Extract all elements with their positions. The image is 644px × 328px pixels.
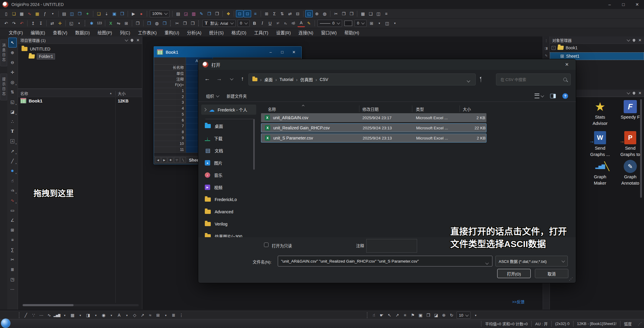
breadcrumb-item[interactable]: › 仿真图 [296, 76, 313, 82]
new-layout-icon[interactable]: ◫ [68, 10, 76, 17]
grid-tool-icon[interactable]: ⊞ [154, 312, 162, 319]
region-mask-icon[interactable]: ◱ [305, 10, 313, 17]
corner-cell[interactable] [154, 57, 186, 65]
row-above-icon[interactable]: ↥ [29, 20, 37, 27]
magic-fill-icon[interactable]: ✱ [88, 20, 95, 27]
collapse-minus-icon[interactable]: − [552, 46, 556, 50]
run-script-icon[interactable]: ▶ [130, 10, 137, 17]
line-tool-tool[interactable]: ╱▾ [8, 156, 17, 166]
panel-menu-icon[interactable] [627, 38, 630, 41]
breadcrumb-item[interactable]: › 桌面 [260, 76, 273, 82]
new-folder-icon[interactable]: ❏ [10, 10, 18, 17]
panel-menu-icon[interactable] [627, 91, 630, 94]
col-grid-icon[interactable]: ⊞ [123, 20, 130, 27]
paste-special-icon[interactable]: ❒ [161, 20, 168, 27]
sigma-tool[interactable]: ∑ [8, 245, 17, 255]
row-label-cell[interactable]: 4 [154, 106, 186, 112]
sidebar-item[interactable]: ▶ 视频 [205, 182, 257, 193]
paste-graph-icon[interactable]: ❒ [213, 10, 221, 17]
pm-book-row[interactable]: Book1 [20, 98, 42, 103]
layers2-icon[interactable]: ≡ [401, 312, 409, 319]
header-divider[interactable] [412, 105, 412, 112]
border-caret-icon[interactable]: ⊞ [368, 20, 375, 27]
spline2-icon[interactable]: ≈ [146, 312, 154, 319]
sidebar-item[interactable]: ↓ 下载 [205, 133, 257, 144]
toolbar-grip[interactable] [85, 20, 86, 26]
pm-horizontal-scrollbar[interactable] [22, 304, 139, 306]
breadcrumb-label[interactable]: 仿真图 [300, 76, 313, 82]
caret-sm-icon[interactable]: ▾ [162, 312, 170, 319]
copy-icon[interactable]: ❐ [425, 312, 432, 319]
project-folder-row[interactable]: Folder1 [29, 54, 55, 59]
cancel-button[interactable]: 取消 [535, 269, 568, 278]
caret-sm-icon[interactable]: ▾ [75, 20, 83, 27]
arrow-tool-icon[interactable]: ↗ [139, 312, 146, 319]
pivot-icon[interactable]: ⊟ [294, 10, 301, 17]
region-tool[interactable]: ◱▾ [8, 97, 17, 107]
caret-sm-icon[interactable]: ▾ [92, 312, 100, 319]
copy-icon[interactable]: ❐ [181, 20, 189, 27]
copy-graph-icon[interactable]: ❐ [205, 10, 213, 17]
search-box[interactable] [496, 73, 571, 85]
pm-col-size[interactable]: 大小 [118, 91, 126, 96]
dialog-resize-grip[interactable]: ⋰ [569, 277, 573, 281]
col-header-name[interactable]: 名称 [268, 106, 276, 112]
row-label-cell[interactable]: 11 [154, 147, 186, 153]
caret-sm-icon[interactable]: ▾ [123, 312, 131, 319]
column-divider[interactable] [115, 91, 116, 96]
toolbar-combo[interactable]: 10 [457, 312, 471, 319]
address-bar[interactable]: › 桌面 › Tutorial › 仿真图 › CSV [248, 73, 476, 85]
up-icon[interactable]: ↑ [238, 74, 247, 84]
formula-tool[interactable]: √a▾ [8, 186, 17, 195]
refresh-col-icon[interactable]: ⇋ [115, 20, 122, 27]
color-map-icon[interactable]: ◨ [84, 312, 92, 319]
file-row[interactable]: X unit_AR&GAIN.csv 2025/9/24 23:17 Micro… [261, 113, 486, 122]
sidebar-item[interactable]: FrederickLo [205, 194, 257, 205]
stop-script-icon[interactable]: ● [138, 10, 145, 17]
breadcrumb-label[interactable]: CSV [320, 77, 328, 82]
swap-cols-icon[interactable]: ⇄ [48, 20, 56, 27]
row-label-cell[interactable]: 1 [154, 88, 186, 94]
row-label-cell[interactable]: 7 [154, 123, 186, 129]
col-header-date[interactable]: 修改日期 [362, 106, 379, 112]
import-wizard-icon[interactable]: ✦ [84, 10, 91, 17]
polyline-tool[interactable]: ∠ [8, 215, 17, 225]
auto-hide-pin-icon[interactable] [130, 38, 134, 42]
header-divider[interactable] [359, 105, 359, 112]
row-label-cell[interactable]: 8 [154, 129, 186, 135]
undo-clear-icon[interactable]: ↶ [18, 20, 25, 27]
preview-pane-icon[interactable] [550, 94, 556, 98]
book-close-button[interactable]: ✕ [289, 50, 298, 54]
pointer2-icon[interactable]: ↗ [393, 312, 401, 319]
dots-tool[interactable]: ∴ [8, 117, 17, 126]
new-graph-icon[interactable]: ∿ [26, 10, 33, 17]
help-icon[interactable]: ? [562, 93, 568, 99]
breadcrumb-label[interactable]: Tutorial [280, 77, 293, 82]
pin-icon[interactable]: ✛ [56, 20, 64, 27]
merge-cells-icon[interactable]: ▦ [359, 10, 367, 17]
flag-icon[interactable]: ⚑ [409, 312, 416, 319]
refresh-icon[interactable] [480, 77, 481, 82]
more-dots-icon[interactable]: ⋮ [178, 312, 185, 319]
search-input[interactable] [500, 77, 563, 82]
panel-close-icon[interactable]: ✕ [638, 38, 642, 42]
caret-sm-icon[interactable]: ▾ [49, 10, 57, 17]
ruler-tool[interactable]: ▭ [8, 205, 17, 215]
assistant-avatar[interactable] [1, 318, 10, 328]
panel-menu-icon[interactable] [125, 38, 128, 41]
new-project-icon[interactable]: ▯ [2, 10, 10, 17]
collapse-tool[interactable]: ⇅ [8, 87, 17, 97]
row-label-cell[interactable]: 5 [154, 112, 186, 118]
paste-icon[interactable]: ❒ [348, 10, 355, 17]
row-label-cell[interactable]: 2 [154, 94, 186, 100]
text-a-icon[interactable]: A [115, 312, 123, 319]
menu-item[interactable]: 分析(A) [183, 29, 205, 36]
list-view-icon[interactable]: ≡ [382, 10, 390, 17]
col-header-size[interactable]: 大小 [463, 106, 471, 112]
panel-splitter[interactable] [18, 88, 142, 89]
hand-tool[interactable]: ☝ [8, 176, 17, 186]
app-item[interactable]: WSendGraphs ... [585, 131, 616, 157]
col-header-type[interactable]: 类型 [416, 106, 424, 112]
window-resize-grip[interactable]: ⋰ [638, 321, 642, 326]
arrow-ne-tool[interactable]: ↗▾ [8, 146, 17, 156]
